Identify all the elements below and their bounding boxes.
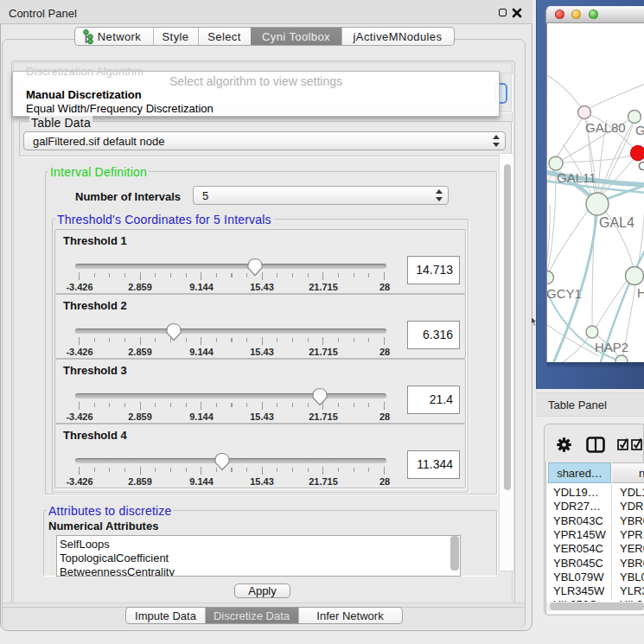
svg-text:H: H	[637, 285, 644, 300]
svg-text:GAL80: GAL80	[585, 120, 626, 135]
svg-text:GAL11: GAL11	[557, 170, 596, 185]
svg-text:HAP2: HAP2	[595, 340, 628, 354]
svg-text:GCY1: GCY1	[547, 286, 582, 301]
svg-text:GA: GA	[635, 123, 644, 137]
svg-text:C: C	[638, 158, 644, 173]
svg-text:GAL4: GAL4	[599, 215, 634, 230]
